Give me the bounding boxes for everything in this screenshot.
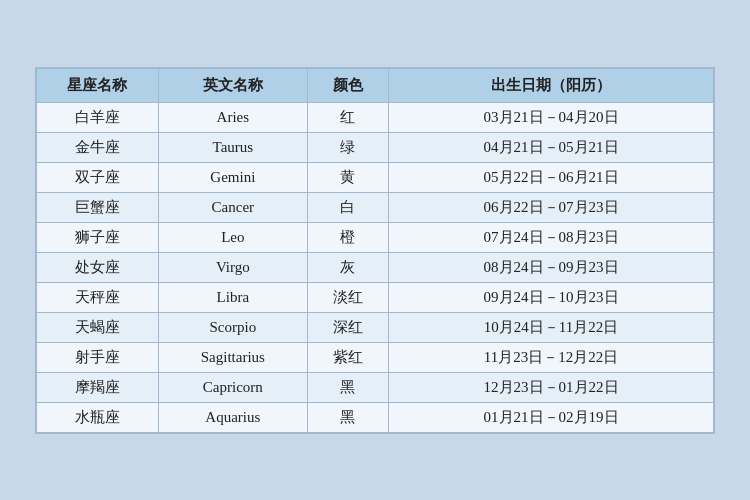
cell-color: 紫红 bbox=[307, 342, 388, 372]
cell-en: Aquarius bbox=[158, 402, 307, 432]
cell-color: 黄 bbox=[307, 162, 388, 192]
zodiac-table: 星座名称 英文名称 颜色 出生日期（阳历） 白羊座Aries红03月21日－04… bbox=[36, 68, 714, 433]
cell-cn: 摩羯座 bbox=[37, 372, 159, 402]
cell-color: 黑 bbox=[307, 372, 388, 402]
cell-date: 01月21日－02月19日 bbox=[389, 402, 714, 432]
cell-en: Taurus bbox=[158, 132, 307, 162]
cell-cn: 金牛座 bbox=[37, 132, 159, 162]
cell-cn: 水瓶座 bbox=[37, 402, 159, 432]
cell-cn: 双子座 bbox=[37, 162, 159, 192]
cell-date: 06月22日－07月23日 bbox=[389, 192, 714, 222]
cell-cn: 白羊座 bbox=[37, 102, 159, 132]
cell-cn: 天秤座 bbox=[37, 282, 159, 312]
cell-date: 10月24日－11月22日 bbox=[389, 312, 714, 342]
cell-date: 11月23日－12月22日 bbox=[389, 342, 714, 372]
table-row: 处女座Virgo灰08月24日－09月23日 bbox=[37, 252, 714, 282]
cell-date: 03月21日－04月20日 bbox=[389, 102, 714, 132]
cell-en: Scorpio bbox=[158, 312, 307, 342]
cell-cn: 天蝎座 bbox=[37, 312, 159, 342]
table-row: 白羊座Aries红03月21日－04月20日 bbox=[37, 102, 714, 132]
cell-en: Capricorn bbox=[158, 372, 307, 402]
header-color: 颜色 bbox=[307, 68, 388, 102]
cell-en: Aries bbox=[158, 102, 307, 132]
cell-date: 05月22日－06月21日 bbox=[389, 162, 714, 192]
cell-color: 红 bbox=[307, 102, 388, 132]
zodiac-table-container: 星座名称 英文名称 颜色 出生日期（阳历） 白羊座Aries红03月21日－04… bbox=[35, 67, 715, 434]
cell-date: 12月23日－01月22日 bbox=[389, 372, 714, 402]
cell-date: 08月24日－09月23日 bbox=[389, 252, 714, 282]
cell-en: Libra bbox=[158, 282, 307, 312]
cell-date: 09月24日－10月23日 bbox=[389, 282, 714, 312]
table-row: 金牛座Taurus绿04月21日－05月21日 bbox=[37, 132, 714, 162]
table-row: 天秤座Libra淡红09月24日－10月23日 bbox=[37, 282, 714, 312]
cell-cn: 射手座 bbox=[37, 342, 159, 372]
cell-cn: 巨蟹座 bbox=[37, 192, 159, 222]
table-row: 巨蟹座Cancer白06月22日－07月23日 bbox=[37, 192, 714, 222]
table-row: 摩羯座Capricorn黑12月23日－01月22日 bbox=[37, 372, 714, 402]
cell-cn: 狮子座 bbox=[37, 222, 159, 252]
cell-color: 黑 bbox=[307, 402, 388, 432]
cell-cn: 处女座 bbox=[37, 252, 159, 282]
header-cn: 星座名称 bbox=[37, 68, 159, 102]
table-row: 射手座Sagittarius紫红11月23日－12月22日 bbox=[37, 342, 714, 372]
table-row: 水瓶座Aquarius黑01月21日－02月19日 bbox=[37, 402, 714, 432]
cell-color: 橙 bbox=[307, 222, 388, 252]
cell-color: 白 bbox=[307, 192, 388, 222]
cell-color: 淡红 bbox=[307, 282, 388, 312]
cell-color: 灰 bbox=[307, 252, 388, 282]
cell-en: Gemini bbox=[158, 162, 307, 192]
table-row: 天蝎座Scorpio深红10月24日－11月22日 bbox=[37, 312, 714, 342]
cell-en: Cancer bbox=[158, 192, 307, 222]
table-row: 狮子座Leo橙07月24日－08月23日 bbox=[37, 222, 714, 252]
cell-color: 绿 bbox=[307, 132, 388, 162]
cell-en: Sagittarius bbox=[158, 342, 307, 372]
table-row: 双子座Gemini黄05月22日－06月21日 bbox=[37, 162, 714, 192]
cell-color: 深红 bbox=[307, 312, 388, 342]
cell-date: 04月21日－05月21日 bbox=[389, 132, 714, 162]
table-header-row: 星座名称 英文名称 颜色 出生日期（阳历） bbox=[37, 68, 714, 102]
header-date: 出生日期（阳历） bbox=[389, 68, 714, 102]
cell-date: 07月24日－08月23日 bbox=[389, 222, 714, 252]
cell-en: Leo bbox=[158, 222, 307, 252]
header-en: 英文名称 bbox=[158, 68, 307, 102]
cell-en: Virgo bbox=[158, 252, 307, 282]
